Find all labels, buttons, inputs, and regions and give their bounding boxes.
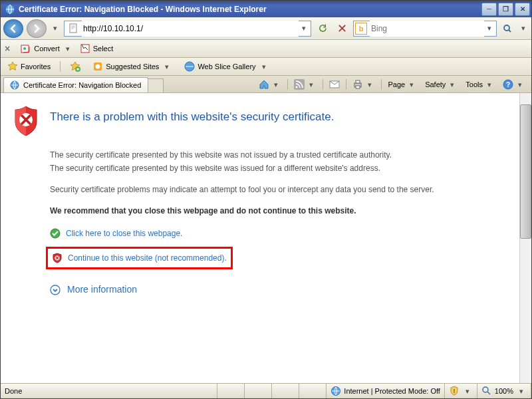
webslice-label: Web Slice Gallery xyxy=(198,63,255,70)
svg-point-22 xyxy=(51,285,60,295)
status-text: Done xyxy=(1,384,217,398)
print-icon xyxy=(352,79,363,90)
favorites-label: Favorites xyxy=(21,63,51,70)
add-favorite-button[interactable] xyxy=(67,60,83,73)
window-title: Certificate Error: Navigation Blocked - … xyxy=(19,5,481,14)
url-input[interactable] xyxy=(82,21,299,37)
svg-rect-16 xyxy=(356,86,360,88)
mail-button[interactable] xyxy=(327,78,342,91)
error-title: There is a problem with this website's s… xyxy=(50,110,334,124)
add-star-icon xyxy=(70,61,80,72)
close-webpage-link[interactable]: Click here to close this webpage. xyxy=(66,227,182,239)
zoom-value: 100% xyxy=(495,387,513,395)
forward-button[interactable] xyxy=(27,19,47,38)
history-dropdown[interactable]: ▾ xyxy=(50,22,61,35)
error-line-2: The security certificate presented by th… xyxy=(50,162,456,174)
shield-error-icon xyxy=(13,105,39,137)
print-button[interactable]: ▾ xyxy=(350,76,377,92)
svg-point-12 xyxy=(296,86,298,88)
rss-icon xyxy=(294,79,305,90)
select-label: Select xyxy=(93,45,114,53)
page-content: There is a problem with this website's s… xyxy=(1,93,519,383)
close-webpage-row: Click here to close this webpage. xyxy=(50,226,456,241)
warn-shield-icon xyxy=(52,253,63,263)
svg-rect-11 xyxy=(294,79,305,90)
mail-icon xyxy=(329,79,340,90)
search-input[interactable] xyxy=(370,21,484,37)
security-zone[interactable]: Internet | Protected Mode: Off xyxy=(327,384,445,398)
maximize-button[interactable]: ❐ xyxy=(498,3,513,16)
info-icon: ! xyxy=(449,386,460,396)
error-recommend: We recommend that you close this webpage… xyxy=(50,205,456,217)
bing-icon: b xyxy=(355,23,367,35)
tab-title: Certificate Error: Navigation Blocked xyxy=(23,81,141,89)
ok-shield-icon xyxy=(50,228,61,239)
zone-label: Internet | Protected Mode: Off xyxy=(344,387,440,395)
internet-zone-icon xyxy=(331,386,341,396)
content-area: There is a problem with this website's s… xyxy=(1,93,531,383)
webslice-button[interactable]: Web Slice Gallery ▾ xyxy=(182,59,271,74)
svg-point-8 xyxy=(96,65,100,69)
close-toolbar-button[interactable]: × xyxy=(5,43,10,54)
svg-point-4 xyxy=(23,47,26,50)
svg-text:!: ! xyxy=(453,388,455,394)
scrollbar-thumb[interactable] xyxy=(520,104,531,239)
minimize-button[interactable]: ─ xyxy=(481,3,497,16)
refresh-button[interactable] xyxy=(315,21,331,37)
svg-point-25 xyxy=(483,387,488,392)
convert-button[interactable]: Convert ▾ xyxy=(21,42,73,55)
svg-point-2 xyxy=(504,25,509,31)
stop-button[interactable] xyxy=(334,21,350,37)
status-bar: Done Internet | Protected Mode: Off ! ▾ … xyxy=(1,383,531,398)
page-menu[interactable]: Page▾ xyxy=(386,76,419,92)
command-bar: ▾ ▾ ▾ Page▾ Safety▾ Tools▾ ?▾ xyxy=(257,77,527,92)
error-line-3: Security certificate problems may indica… xyxy=(50,184,456,196)
titlebar: Certificate Error: Navigation Blocked - … xyxy=(1,1,531,17)
ie-icon xyxy=(5,4,15,15)
svg-rect-15 xyxy=(356,80,360,83)
more-info-row: More information xyxy=(50,283,456,297)
tab-current[interactable]: Certificate Error: Navigation Blocked xyxy=(3,77,148,92)
webslice-icon xyxy=(184,61,195,72)
zoom-icon xyxy=(481,386,492,396)
favorites-button[interactable]: Favorites xyxy=(5,60,53,73)
tab-bar: Certificate Error: Navigation Blocked ▾ … xyxy=(1,76,531,93)
page-icon xyxy=(68,23,79,34)
protected-mode-icon-cell[interactable]: ! ▾ xyxy=(445,384,477,398)
back-button[interactable] xyxy=(3,19,23,38)
expand-icon[interactable] xyxy=(50,285,61,295)
browser-window: Certificate Error: Navigation Blocked - … xyxy=(0,0,532,399)
vertical-scrollbar[interactable] xyxy=(519,93,531,383)
select-icon xyxy=(80,43,90,54)
convert-dropdown[interactable]: ▾ xyxy=(63,42,73,55)
home-icon xyxy=(259,79,269,90)
convert-label: Convert xyxy=(34,45,60,53)
address-field[interactable]: ▾ xyxy=(64,21,311,37)
favorites-bar: Favorites Suggested Sites ▾ Web Slice Ga… xyxy=(1,58,531,76)
close-button[interactable]: ✕ xyxy=(515,3,530,16)
suggested-label: Suggested Sites xyxy=(106,63,159,70)
address-dropdown[interactable]: ▾ xyxy=(299,22,309,35)
search-button[interactable] xyxy=(500,21,515,36)
safety-menu[interactable]: Safety▾ xyxy=(423,76,460,92)
search-options-dropdown[interactable]: ▾ xyxy=(518,22,529,35)
home-button[interactable]: ▾ xyxy=(257,76,283,92)
suggested-sites-button[interactable]: Suggested Sites ▾ xyxy=(90,59,175,74)
new-tab-button[interactable] xyxy=(148,78,164,92)
help-button[interactable]: ?▾ xyxy=(501,76,527,92)
select-button[interactable]: Select xyxy=(80,43,114,54)
suggested-icon xyxy=(92,61,103,72)
highlighted-continue-box: Continue to this website (not recommende… xyxy=(46,247,233,269)
more-info-link[interactable]: More information xyxy=(67,283,137,297)
continue-link[interactable]: Continue to this website (not recommende… xyxy=(68,252,227,264)
zoom-control[interactable]: 100% ▾ xyxy=(477,384,531,398)
search-provider-dropdown[interactable]: ▾ xyxy=(484,22,495,35)
star-icon xyxy=(7,61,18,72)
search-field[interactable]: b ▾ xyxy=(353,21,497,37)
error-line-1: The security certificate presented by th… xyxy=(50,149,456,161)
svg-text:?: ? xyxy=(506,81,510,88)
address-bar: ▾ ▾ b ▾ ▾ xyxy=(1,17,531,40)
tools-menu[interactable]: Tools▾ xyxy=(464,76,497,92)
convert-toolbar: × Convert ▾ Select xyxy=(1,40,531,58)
feeds-button[interactable]: ▾ xyxy=(292,76,319,92)
